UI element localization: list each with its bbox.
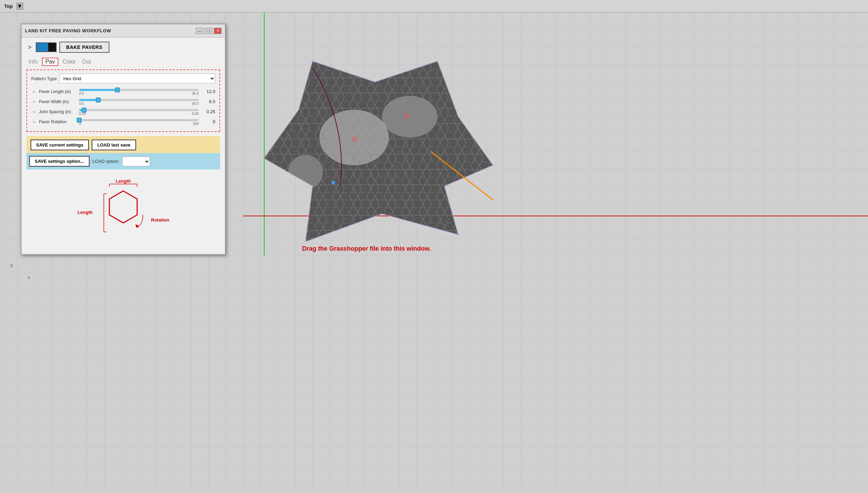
joint-spacing-row: → Joint Spacing (in) 0.00 6.00 0.25 <box>31 108 215 116</box>
svg-rect-10 <box>243 54 521 256</box>
paver-rotation-max: 359 <box>193 122 199 126</box>
slider-arrow-paver-length: → <box>31 89 37 94</box>
maximize-button[interactable]: □ <box>205 28 212 34</box>
diagram-rotation-label: Rotation <box>151 217 169 223</box>
paver-length-max: 36.0 <box>192 92 199 95</box>
axis-x-label: x <box>28 275 30 280</box>
svg-marker-27 <box>135 224 139 228</box>
paver-rotation-row: → Paver Rotation 0 359 0 <box>31 118 215 126</box>
diagram-length-left-label: Length <box>77 210 92 215</box>
slider-arrow-paver-rotation: → <box>31 119 37 125</box>
load-option-label: LOAD option: <box>92 159 119 164</box>
save-load-row2: SAVE settings option... LOAD option: <box>26 153 220 169</box>
paver-length-track-container: 0.5 36.0 <box>79 87 199 95</box>
svg-point-18 <box>332 181 335 184</box>
save-settings-option-button[interactable]: SAVE settings option... <box>29 156 90 167</box>
save-load-section: SAVE current settings LOAD last save SAV… <box>26 136 220 169</box>
paver-rotation-track-container: 0 359 <box>79 118 199 126</box>
paver-width-max: 36.0 <box>192 102 199 106</box>
paver-length-label: Paver Length (in) <box>39 89 77 94</box>
chevron-down-icon: ▼ <box>17 3 23 9</box>
tab-out[interactable]: Out <box>80 58 93 66</box>
paver-length-thumb[interactable] <box>115 87 120 92</box>
paver-length-row: → Paver Length (in) 0.5 36.0 12.0 <box>31 87 215 95</box>
paver-width-row: → Paver Width (in) 0.5 36.0 6.0 <box>31 98 215 106</box>
pattern-type-row: Pattern Type Hex Grid Running Bond Stack… <box>31 74 215 83</box>
paver-width-thumb[interactable] <box>96 98 101 102</box>
paver-width-value: 6.0 <box>201 99 215 104</box>
paver-length-track[interactable] <box>79 89 199 91</box>
hex-pattern-svg <box>243 54 521 256</box>
paver-rotation-label: Paver Rotation <box>39 119 77 124</box>
minimize-button[interactable]: — <box>196 28 203 34</box>
save-load-row1: SAVE current settings LOAD last save <box>31 140 216 150</box>
bake-pavers-button[interactable]: BAKE PAVERS <box>59 42 110 53</box>
paver-rotation-track[interactable] <box>79 119 199 121</box>
joint-spacing-value: 0.25 <box>201 109 215 114</box>
paver-width-fill <box>79 99 98 101</box>
slider-arrow-paver-width: → <box>31 99 37 105</box>
paver-width-min: 0.5 <box>79 102 84 106</box>
arrow-button[interactable]: > <box>26 43 33 52</box>
paver-width-label: Paver Width (in) <box>39 99 77 104</box>
save-current-settings-button[interactable]: SAVE current settings <box>31 140 89 150</box>
pattern-type-label: Pattern Type <box>31 76 57 81</box>
panel-titlebar: LAND KIT FREE PAVING WORKFLOW — □ ✕ <box>22 24 225 37</box>
tab-info[interactable]: Info <box>26 58 40 66</box>
load-option-select[interactable] <box>122 157 150 166</box>
paver-width-track[interactable] <box>79 99 199 101</box>
viewport-label: Top <box>2 3 15 10</box>
tab-pav[interactable]: Pav <box>42 58 59 66</box>
svg-marker-26 <box>109 191 137 223</box>
axis-y-label: y <box>10 262 13 268</box>
pattern-section: Pattern Type Hex Grid Running Bond Stack… <box>26 69 220 132</box>
panel-title: LAND KIT FREE PAVING WORKFLOW <box>25 28 111 33</box>
close-button[interactable]: ✕ <box>214 28 222 34</box>
diagram-section: Length Length Rotation <box>26 171 220 250</box>
joint-spacing-minmax: 0.00 6.00 <box>79 112 199 116</box>
paver-length-min: 0.5 <box>79 92 84 95</box>
viewport-dropdown-button[interactable]: ▼ <box>16 3 23 10</box>
paver-diagram-svg: Length Length Rotation <box>68 176 179 246</box>
paver-width-track-container: 0.5 36.0 <box>79 98 199 106</box>
tab-color[interactable]: Color <box>60 58 78 66</box>
viewport-top-bar: Top ▼ <box>0 0 868 12</box>
color-swatch[interactable] <box>36 42 57 52</box>
paver-length-minmax: 0.5 36.0 <box>79 92 199 95</box>
hex-shape <box>243 54 521 249</box>
paver-rotation-thumb[interactable] <box>77 118 82 123</box>
slider-arrow-joint-spacing: → <box>31 109 37 115</box>
joint-spacing-track[interactable] <box>79 109 199 111</box>
paver-length-value: 12.0 <box>201 89 215 94</box>
paver-rotation-value: 0 <box>201 119 215 124</box>
panel-dialog: LAND KIT FREE PAVING WORKFLOW — □ ✕ > BA… <box>21 24 226 255</box>
pattern-type-select[interactable]: Hex Grid Running Bond Stack Bond Herring… <box>59 74 215 83</box>
joint-spacing-max: 6.00 <box>192 112 199 116</box>
load-last-save-button[interactable]: LOAD last save <box>92 140 136 150</box>
diagram-length-top-label: Length <box>116 178 131 184</box>
joint-spacing-label: Joint Spacing (in) <box>39 109 77 114</box>
panel-top-row: > BAKE PAVERS <box>26 42 220 53</box>
tabs-row: Info Pav Color Out <box>26 58 220 66</box>
joint-spacing-thumb[interactable] <box>82 108 86 112</box>
joint-spacing-track-container: 0.00 6.00 <box>79 108 199 116</box>
paver-length-fill <box>79 89 117 91</box>
paver-rotation-minmax: 0 359 <box>79 122 199 126</box>
panel-body: > BAKE PAVERS Info Pav Color Out Pattern… <box>22 37 225 254</box>
titlebar-buttons: — □ ✕ <box>196 28 222 34</box>
